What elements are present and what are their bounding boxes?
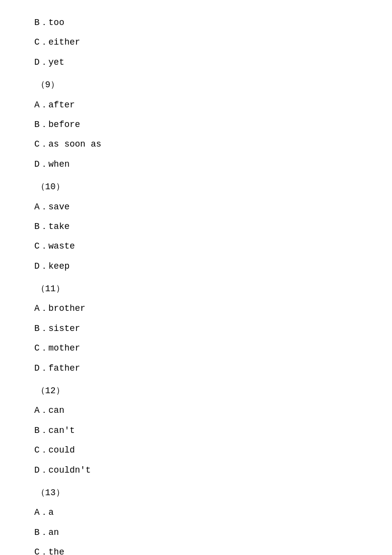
page-content: B．too C．either D．yet （9） A．after B．befor… [0,0,392,555]
option-11-c: C．mother [34,340,358,356]
option-12-a: A．can [34,403,358,418]
option-10-b: B．take [34,219,358,234]
option-b-too: B．too [34,15,358,30]
label-9: （9） [34,77,358,93]
option-10-a: A．save [34,199,358,215]
label-10: （10） [34,179,358,195]
option-9-d: D．when [34,156,358,172]
section-12: （12） A．can B．can't C．could D．couldn't [34,383,358,478]
option-9-c: C．as soon as [34,136,358,152]
option-10-c: C．waste [34,238,358,254]
option-13-c: C．the [34,544,358,555]
label-13: （13） [34,485,358,501]
option-10-d: D．keep [34,258,358,274]
label-11: （11） [34,281,358,297]
option-11-b: B．sister [34,321,358,336]
option-d-yet: D．yet [34,54,358,70]
option-11-a: A．brother [34,301,358,316]
option-11-d: D．father [34,360,358,376]
option-12-c: C．could [34,442,358,458]
option-9-b: B．before [34,117,358,132]
option-9-a: A．after [34,97,358,113]
option-12-b: B．can't [34,423,358,438]
section-9: （9） A．after B．before C．as soon as D．when [34,77,358,172]
section-10: （10） A．save B．take C．waste D．keep [34,179,358,274]
label-12: （12） [34,383,358,399]
option-c-either: C．either [34,34,358,50]
option-13-a: A．a [34,505,358,520]
section-11: （11） A．brother B．sister C．mother D．fathe… [34,281,358,376]
section-13: （13） A．a B．an C．the D．／ [34,485,358,555]
section-continuation: B．too C．either D．yet [34,15,358,70]
option-13-b: B．an [34,525,358,540]
option-12-d: D．couldn't [34,462,358,478]
